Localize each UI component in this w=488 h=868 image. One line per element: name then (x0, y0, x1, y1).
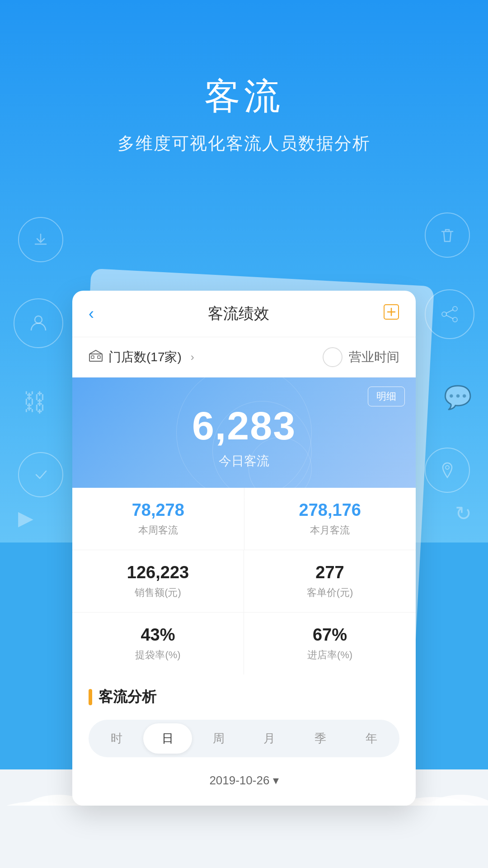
sales-label: 销售额(元) (81, 586, 235, 599)
tab-year[interactable]: 年 (347, 723, 396, 754)
business-time-toggle[interactable]: 营业时间 (323, 347, 399, 367)
store-selector-row[interactable]: 门店数(17家) › 营业时间 (72, 337, 416, 377)
bg-icon-link: ⛓ (23, 389, 46, 416)
today-traffic-label: 今日客流 (89, 453, 399, 470)
business-time-label: 营业时间 (349, 349, 399, 366)
data-grid: 126,223 销售额(元) 277 客单价(元) 43% 提袋率(%) 67%… (72, 550, 416, 675)
bg-icon-download (18, 217, 63, 262)
date-selector[interactable]: 2019-10-26 ▾ (89, 768, 399, 793)
svg-point-3 (442, 312, 446, 316)
store-building-icon (89, 349, 103, 365)
card-header: ‹ 客流绩效 (72, 291, 416, 337)
hero-subtitle: 多维度可视化客流人员数据分析 (0, 132, 488, 155)
monthly-stat: 278,176 本月客流 (244, 488, 416, 550)
analysis-section: 客流分析 时 日 周 月 季 年 2019-10-26 ▾ (72, 675, 416, 806)
svg-rect-21 (98, 356, 100, 359)
svg-point-1 (453, 307, 457, 311)
sales-number: 126,223 (81, 563, 235, 582)
hero-title: 客流 (0, 72, 488, 121)
per-customer-cell: 277 客单价(元) (244, 550, 416, 613)
toggle-switch[interactable] (323, 347, 343, 367)
store-label: 门店数(17家) (108, 349, 182, 366)
time-tab-group: 时 日 周 月 季 年 (89, 720, 399, 757)
per-customer-label: 客单价(元) (253, 586, 407, 599)
svg-line-4 (446, 310, 453, 313)
per-customer-number: 277 (253, 563, 407, 582)
period-stats-row: 78,278 本周客流 278,176 本月客流 (72, 488, 416, 550)
weekly-stat: 78,278 本周客流 (72, 488, 244, 550)
section-bar-decoration (89, 689, 92, 705)
weekly-label: 本周客流 (81, 524, 235, 537)
bg-icon-refresh: ↻ (455, 502, 472, 525)
monthly-label: 本月客流 (253, 524, 407, 537)
enter-rate-label: 进店率(%) (253, 648, 407, 662)
date-value: 2019-10-26 (209, 774, 269, 787)
tab-quarter[interactable]: 季 (296, 723, 345, 754)
hero-section: 客流 多维度可视化客流人员数据分析 (0, 0, 488, 155)
enter-rate-number: 67% (253, 625, 407, 645)
bg-icon-person (14, 298, 63, 348)
stats-hero-area: 明细 6,283 今日客流 (72, 377, 416, 488)
today-traffic-number: 6,283 (89, 403, 399, 449)
bag-rate-cell: 43% 提袋率(%) (72, 613, 244, 675)
back-button[interactable]: ‹ (89, 304, 94, 323)
monthly-number: 278,176 (253, 500, 407, 520)
date-dropdown-icon: ▾ (273, 774, 279, 787)
svg-point-0 (35, 316, 42, 323)
svg-line-5 (446, 315, 453, 319)
tab-month[interactable]: 月 (245, 723, 294, 754)
bag-rate-label: 提袋率(%) (81, 648, 235, 662)
enter-rate-cell: 67% 进店率(%) (244, 613, 416, 675)
card-title: 客流绩效 (94, 303, 383, 324)
tab-hour[interactable]: 时 (92, 723, 141, 754)
bg-icon-chat: 💬 (444, 384, 472, 410)
card-wrapper: ‹ 客流绩效 (72, 291, 416, 806)
store-arrow-icon: › (191, 351, 194, 363)
main-card: ‹ 客流绩效 (72, 291, 416, 806)
svg-rect-20 (91, 356, 94, 359)
bg-icon-trash (425, 212, 470, 258)
svg-point-6 (446, 466, 449, 469)
bottom-section (0, 806, 488, 868)
bg-icon-check (18, 452, 63, 497)
bag-rate-number: 43% (81, 625, 235, 645)
tab-day[interactable]: 日 (143, 723, 192, 754)
svg-point-2 (453, 317, 457, 322)
tab-week[interactable]: 周 (194, 723, 243, 754)
weekly-number: 78,278 (81, 500, 235, 520)
detail-button[interactable]: 明细 (368, 387, 405, 406)
section-title-row: 客流分析 (89, 687, 399, 707)
add-button[interactable] (383, 304, 399, 324)
store-left: 门店数(17家) › (89, 349, 194, 366)
sales-cell: 126,223 销售额(元) (72, 550, 244, 613)
bg-icon-location (425, 448, 470, 493)
analysis-title: 客流分析 (99, 687, 156, 707)
bg-icon-video: ▶ (18, 506, 33, 529)
